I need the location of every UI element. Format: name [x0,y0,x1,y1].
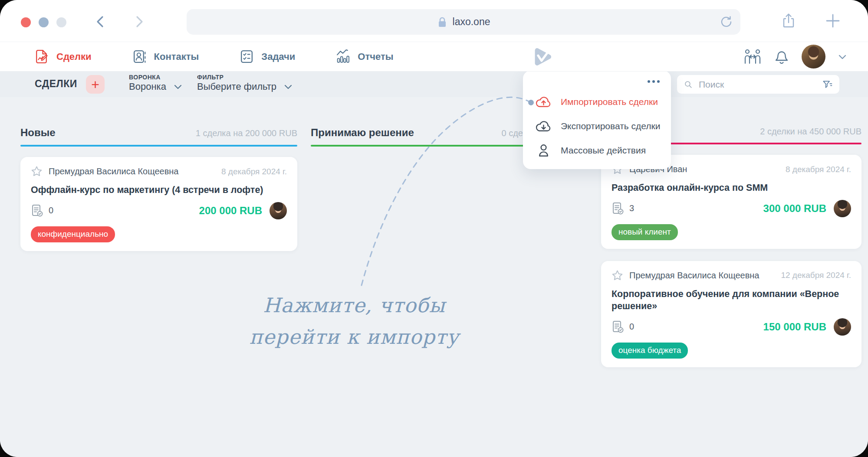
lock-icon [437,16,447,28]
bell-icon[interactable] [774,49,789,65]
people-transfer-icon[interactable] [743,49,762,65]
column-count: 0 сде [502,128,523,138]
deal-card[interactable]: Премудрая Василиса Кощеевна 8 декабря 20… [20,157,297,251]
deal-amount: 300 000 RUB [763,202,826,215]
deal-owner-avatar[interactable] [270,202,287,219]
deal-owner-avatar[interactable] [834,200,851,217]
share-icon[interactable] [780,12,797,29]
funnel-select-value: Воронка [129,81,166,92]
star-icon[interactable] [612,270,623,281]
browser-window: laxo.one Сделки Контакты Задачи Отчеты [0,0,868,457]
doc-check-icon [612,320,625,334]
star-icon[interactable] [31,166,43,177]
tasks-icon [239,49,255,65]
deal-amount: 150 000 RUB [763,321,826,333]
nav-label: Контакты [154,51,199,62]
deals-toolbar: СДЕЛКИ + ВОРОНКА Воронка ФИЛЬТР Выберите… [0,72,868,97]
filter-funnel-icon[interactable] [822,78,832,91]
menu-item-label: Импортировать сделки [561,97,658,107]
browser-chrome: laxo.one [0,0,868,42]
add-deal-button[interactable]: + [86,75,105,94]
close-window-button[interactable] [21,17,31,27]
url-text: laxo.one [453,16,490,28]
menu-item-mass-actions[interactable]: Массовые действия [534,138,665,163]
doc-check-icon [612,202,625,215]
funnel-select[interactable]: ВОРОНКА Воронка [129,74,183,92]
nav-item-tasks[interactable]: Задачи [239,49,295,65]
app-navbar: Сделки Контакты Задачи Отчеты [0,42,868,72]
deal-contact: Премудрая Василиса Кощеевна [629,271,759,281]
deals-actions-menu: Импортировать сделки Экспортировать сдел… [523,71,671,169]
person-icon [534,144,553,157]
minimize-window-button[interactable] [39,17,49,27]
deals-icon [34,49,50,65]
window-controls [21,17,66,27]
search-box [677,75,839,94]
chevron-down-icon [173,82,183,91]
chevron-down-icon[interactable] [838,52,847,62]
deal-contact: Премудрая Василиса Кощеевна [49,166,178,176]
filter-select[interactable]: ФИЛЬТР Выберите фильтр [197,74,293,92]
menu-item-import-deals[interactable]: Импортировать сделки [534,90,665,114]
deal-date: 8 декабря 2024 г. [221,167,287,176]
logo-play-check [531,46,553,68]
cloud-upload-icon [534,95,553,109]
deal-tag: конфиденциально [31,226,115,242]
deal-task-count: 0 [49,206,53,215]
annotation-pointer-dot [528,100,534,105]
nav-item-reports[interactable]: Отчеты [335,49,393,65]
main-menu: Сделки Контакты Задачи Отчеты [34,42,394,71]
funnel-select-label: ВОРОНКА [129,74,183,81]
doc-check-icon [31,204,44,218]
deal-title: Корпоративное обучение для компании «Вер… [612,288,851,313]
cloud-download-icon [534,119,553,133]
column-title: Новые [20,127,56,139]
menu-item-label: Экспортировать сделки [561,121,660,131]
deal-task-count: 0 [629,322,634,332]
deal-title: Разработка онлайн-курса по SMM [612,182,851,194]
nav-label: Отчеты [358,51,393,62]
filter-select-label: ФИЛЬТР [197,74,293,81]
filter-select-value: Выберите фильтр [197,81,276,92]
column-count: 2 сделки на 450 000 RUB [760,127,861,137]
deal-task-count: 3 [629,203,634,213]
nav-label: Задачи [261,51,295,62]
nav-item-contacts[interactable]: Контакты [132,49,199,65]
deal-tag: новый клиент [612,224,678,240]
more-dots-icon[interactable] [648,80,660,83]
deal-date: 12 декабря 2024 г. [781,271,851,280]
contacts-icon [132,49,148,65]
chevron-down-icon [283,82,293,91]
menu-item-export-deals[interactable]: Экспортировать сделки [534,114,665,138]
deal-owner-avatar[interactable] [834,318,851,336]
column-count: 1 сделка на 200 000 RUB [196,128,297,138]
deal-card[interactable]: Премудрая Василиса Кощеевна 12 декабря 2… [601,261,861,367]
menu-item-label: Массовые действия [561,145,646,156]
reload-icon[interactable] [719,15,733,29]
deal-amount: 200 000 RUB [199,205,262,217]
search-input[interactable] [698,79,817,90]
column-new: Новые 1 сделка на 200 000 RUB Премудрая … [20,97,297,251]
new-tab-icon[interactable] [825,12,841,29]
nav-item-deals[interactable]: Сделки [34,49,92,65]
reports-icon [335,49,351,65]
deal-title: Оффлайн-курс по маркетингу (4 встречи в … [31,184,287,196]
deal-date: 8 декабря 2024 г. [786,165,851,174]
kanban-board: Новые 1 сделка на 200 000 RUB Премудрая … [0,97,868,457]
page-title: СДЕЛКИ [35,78,77,90]
user-avatar[interactable] [802,45,825,69]
deal-tag: оценка бюджета [612,343,688,359]
column-title: Принимаю решение [311,127,414,139]
column-underline [20,145,297,147]
navbar-right [743,42,847,71]
nav-label: Сделки [56,51,92,62]
back-icon[interactable] [94,15,108,29]
forward-icon[interactable] [132,15,146,29]
zoom-window-button[interactable] [56,17,66,27]
address-bar[interactable]: laxo.one [187,9,740,35]
search-icon [684,79,693,90]
